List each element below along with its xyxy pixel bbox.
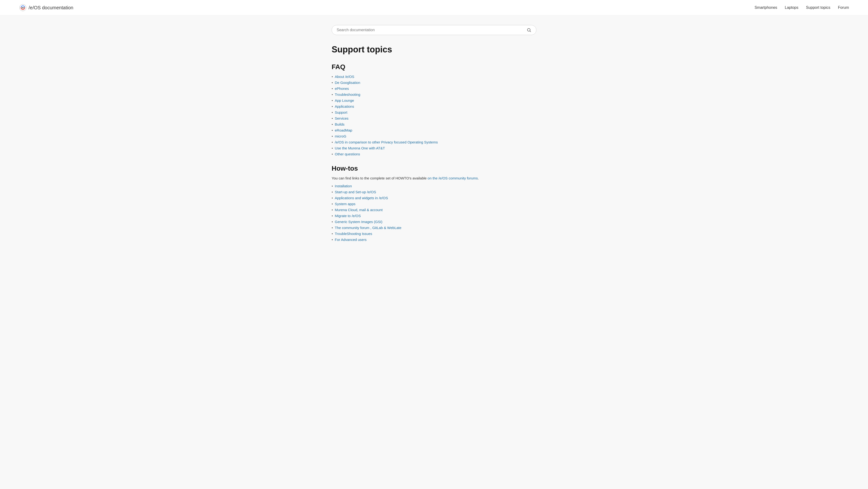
faq-link-applications[interactable]: Applications: [335, 105, 354, 109]
list-item: De Googlisation: [332, 81, 536, 85]
howtos-desc-before: You can find links to the complete set o…: [332, 176, 428, 180]
faq-section: FAQ About /e/OS De Googlisation ePhones …: [332, 63, 536, 156]
howtos-desc-after: .: [478, 176, 479, 180]
faq-link-troubleshooting[interactable]: Troubleshooting: [335, 92, 360, 96]
search-container: [332, 25, 536, 35]
list-item: For Advanced users: [332, 238, 536, 242]
faq-link-ephones[interactable]: ePhones: [335, 87, 349, 91]
faq-link-builds[interactable]: Builds: [335, 122, 344, 126]
logo-text: /e/OS documentation: [29, 5, 73, 10]
list-item: Applications and widgets in /e/OS: [332, 196, 536, 200]
faq-link-app-lounge[interactable]: App Lounge: [335, 98, 354, 103]
faq-link-microg[interactable]: microG: [335, 134, 346, 138]
howtos-link-community-forum[interactable]: The community forum , GitLab & WebLate: [335, 226, 401, 230]
howtos-section: How-tos You can find links to the comple…: [332, 165, 536, 242]
list-item: Generic System Images (GSI): [332, 220, 536, 224]
list-item: Troubleshooting: [332, 92, 536, 96]
howtos-link-migrate[interactable]: Migrate to /e/OS: [335, 214, 361, 218]
list-item: App Lounge: [332, 98, 536, 103]
howtos-title: How-tos: [332, 165, 536, 172]
list-item: Applications: [332, 105, 536, 109]
faq-link-services[interactable]: Services: [335, 116, 348, 120]
howtos-link-apps-widgets[interactable]: Applications and widgets in /e/OS: [335, 196, 388, 200]
list-item: /e/OS in comparison to other Privacy foc…: [332, 140, 536, 144]
list-item: TroubleShooting Issues: [332, 232, 536, 236]
list-item: Start-up and Set-up /e/OS: [332, 190, 536, 194]
search-input[interactable]: [337, 28, 527, 32]
list-item: The community forum , GitLab & WebLate: [332, 226, 536, 230]
howtos-link-troubleshooting-issues[interactable]: TroubleShooting Issues: [335, 232, 372, 236]
list-item: System apps: [332, 202, 536, 206]
list-item: ePhones: [332, 87, 536, 91]
logo-icon: /e/: [19, 4, 27, 11]
list-item: Builds: [332, 122, 536, 126]
main-content: Support topics FAQ About /e/OS De Googli…: [327, 16, 541, 264]
list-item: Use the Murena One with AT&T: [332, 146, 536, 150]
list-item: Murena Cloud, mail & account: [332, 208, 536, 212]
list-item: Services: [332, 116, 536, 120]
howtos-link-system-apps[interactable]: System apps: [335, 202, 355, 206]
howtos-description: You can find links to the complete set o…: [332, 176, 536, 180]
list-item: Migrate to /e/OS: [332, 214, 536, 218]
logo-link[interactable]: /e/ /e/OS documentation: [19, 4, 73, 11]
list-item: About /e/OS: [332, 75, 536, 79]
howtos-list: Installation Start-up and Set-up /e/OS A…: [332, 184, 536, 242]
search-icon: [527, 28, 531, 32]
search-button[interactable]: [527, 28, 531, 32]
svg-text:/e/: /e/: [22, 6, 24, 9]
page-title: Support topics: [332, 45, 536, 55]
nav-smartphones[interactable]: Smartphones: [754, 5, 777, 10]
faq-title: FAQ: [332, 63, 536, 71]
nav-laptops[interactable]: Laptops: [785, 5, 799, 10]
howtos-link-advanced-users[interactable]: For Advanced users: [335, 238, 366, 242]
faq-link-comparison[interactable]: /e/OS in comparison to other Privacy foc…: [335, 140, 438, 144]
faq-link-eroadmap[interactable]: eRoadMap: [335, 128, 352, 132]
main-nav: Smartphones Laptops Support topics Forum: [754, 5, 849, 10]
nav-forum[interactable]: Forum: [838, 5, 849, 10]
howtos-link-startup[interactable]: Start-up and Set-up /e/OS: [335, 190, 376, 194]
faq-list: About /e/OS De Googlisation ePhones Trou…: [332, 75, 536, 156]
howtos-link-murena-cloud[interactable]: Murena Cloud, mail & account: [335, 208, 382, 212]
faq-link-about[interactable]: About /e/OS: [335, 75, 354, 79]
list-item: Installation: [332, 184, 536, 188]
howtos-link-gsi[interactable]: Generic System Images (GSI): [335, 220, 382, 224]
list-item: Support: [332, 110, 536, 114]
faq-link-degooglisation[interactable]: De Googlisation: [335, 81, 360, 85]
list-item: microG: [332, 134, 536, 138]
svg-line-3: [530, 31, 531, 32]
faq-link-support[interactable]: Support: [335, 110, 347, 114]
howtos-community-link[interactable]: on the /e/OS community forums: [428, 176, 478, 180]
howtos-link-installation[interactable]: Installation: [335, 184, 352, 188]
site-header: /e/ /e/OS documentation Smartphones Lapt…: [0, 0, 868, 16]
list-item: eRoadMap: [332, 128, 536, 132]
list-item: Other questions: [332, 152, 536, 156]
nav-support-topics[interactable]: Support topics: [806, 5, 830, 10]
svg-point-2: [527, 28, 530, 31]
faq-link-other[interactable]: Other questions: [335, 152, 360, 156]
faq-link-murena-att[interactable]: Use the Murena One with AT&T: [335, 146, 385, 150]
